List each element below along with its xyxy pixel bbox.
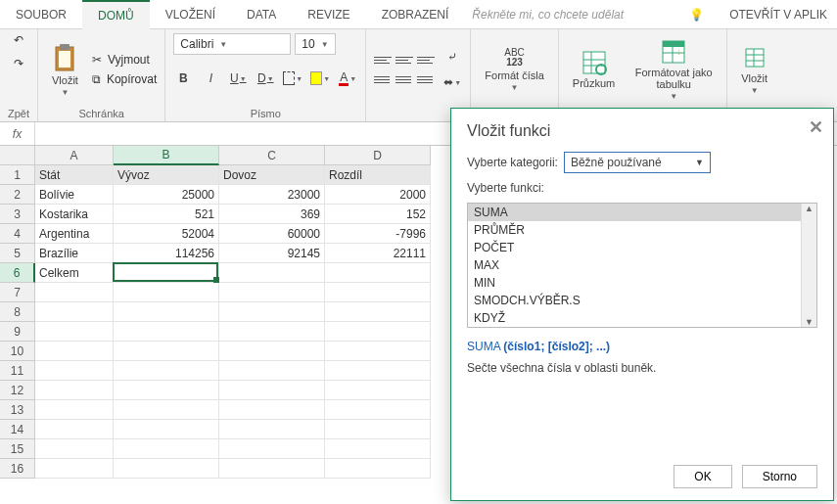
- cell-D1[interactable]: Rozdíl: [325, 165, 431, 185]
- cell-A10[interactable]: [35, 342, 114, 361]
- number-format-button[interactable]: ABC 123 Formát čísla ▼: [479, 46, 550, 94]
- cell-D8[interactable]: [325, 302, 431, 322]
- cell-C8[interactable]: [219, 302, 325, 322]
- col-header-D[interactable]: D: [325, 146, 431, 165]
- cut-button[interactable]: ✂ Vyjmout: [92, 53, 157, 67]
- row-header-3[interactable]: 3: [0, 205, 35, 224]
- cell-B16[interactable]: [114, 459, 219, 479]
- merge-button[interactable]: ⬌▼: [442, 72, 462, 92]
- row-header-7[interactable]: 7: [0, 283, 35, 302]
- cell-B8[interactable]: [114, 302, 219, 322]
- cell-B3[interactable]: 521: [114, 205, 219, 224]
- italic-button[interactable]: I: [201, 69, 220, 88]
- cell-D13[interactable]: [325, 400, 431, 420]
- col-header-B[interactable]: B: [114, 146, 219, 165]
- tab-data[interactable]: DATA: [231, 0, 292, 29]
- row-header-11[interactable]: 11: [0, 361, 35, 381]
- insert-cells-button[interactable]: Vložit ▼: [735, 43, 773, 97]
- cell-B4[interactable]: 52004: [114, 224, 219, 244]
- function-item-smodch-výběr-s[interactable]: SMODCH.VÝBĚR.S: [468, 292, 816, 309]
- cell-A14[interactable]: [35, 420, 114, 439]
- col-header-C[interactable]: C: [219, 146, 325, 165]
- cell-A12[interactable]: [35, 381, 114, 400]
- cell-C12[interactable]: [219, 381, 325, 400]
- font-size-combo[interactable]: 10 ▼: [295, 33, 336, 55]
- row-header-10[interactable]: 10: [0, 342, 35, 361]
- font-name-combo[interactable]: Calibri ▼: [173, 33, 291, 55]
- cell-D6[interactable]: [325, 263, 431, 283]
- row-header-15[interactable]: 15: [0, 439, 35, 459]
- cell-B13[interactable]: [114, 400, 219, 420]
- cell-A4[interactable]: Argentina: [35, 224, 114, 244]
- cell-A15[interactable]: [35, 439, 114, 459]
- cell-C7[interactable]: [219, 283, 325, 302]
- cell-D7[interactable]: [325, 283, 431, 302]
- cell-D14[interactable]: [325, 420, 431, 439]
- tab-zobrazeni[interactable]: ZOBRAZENÍ: [366, 0, 465, 29]
- align-middle-button[interactable]: [395, 53, 413, 67]
- bold-button[interactable]: B: [173, 69, 193, 88]
- explore-button[interactable]: Průzkum: [567, 48, 621, 91]
- align-right-button[interactable]: [417, 72, 435, 86]
- copy-button[interactable]: ⧉ Kopírovat: [92, 72, 157, 86]
- row-header-13[interactable]: 13: [0, 400, 35, 420]
- cell-D15[interactable]: [325, 439, 431, 459]
- cell-A6[interactable]: Celkem: [35, 263, 114, 283]
- cell-B2[interactable]: 25000: [114, 185, 219, 205]
- function-list[interactable]: SUMAPRŮMĚRPOČETMAXMINSMODCH.VÝBĚR.SKDYŽ …: [467, 203, 817, 328]
- row-header-4[interactable]: 4: [0, 224, 35, 244]
- underline-button[interactable]: U▼: [228, 69, 248, 88]
- cell-C13[interactable]: [219, 400, 325, 420]
- cell-A16[interactable]: [35, 459, 114, 479]
- cell-C6[interactable]: [219, 263, 325, 283]
- select-all-corner[interactable]: [0, 146, 35, 165]
- cell-C10[interactable]: [219, 342, 325, 361]
- font-color-button[interactable]: A▼: [338, 69, 357, 88]
- cell-B7[interactable]: [114, 283, 219, 302]
- tab-revize[interactable]: REVIZE: [292, 0, 365, 29]
- function-item-když[interactable]: KDYŽ: [468, 309, 816, 327]
- cell-A1[interactable]: Stát: [35, 165, 114, 185]
- category-select[interactable]: Běžně používané ▼: [564, 152, 711, 173]
- cell-B12[interactable]: [114, 381, 219, 400]
- fill-color-button[interactable]: ▼: [310, 69, 330, 88]
- cell-D5[interactable]: 22111: [325, 244, 431, 263]
- align-left-button[interactable]: [374, 72, 392, 86]
- cell-C16[interactable]: [219, 459, 325, 479]
- cell-D16[interactable]: [325, 459, 431, 479]
- cell-D2[interactable]: 2000: [325, 185, 431, 205]
- cell-C11[interactable]: [219, 361, 325, 381]
- format-as-table-button[interactable]: ↓ Formátovat jako tabulku ▼: [628, 37, 719, 103]
- align-bottom-button[interactable]: [417, 53, 435, 67]
- cell-B11[interactable]: [114, 361, 219, 381]
- row-header-6[interactable]: 6: [0, 263, 35, 283]
- cell-C5[interactable]: 92145: [219, 244, 325, 263]
- cell-D3[interactable]: 152: [325, 205, 431, 224]
- cell-D4[interactable]: -7996: [325, 224, 431, 244]
- align-top-button[interactable]: [374, 53, 392, 67]
- cell-C2[interactable]: 23000: [219, 185, 325, 205]
- tab-soubor[interactable]: SOUBOR: [0, 0, 82, 29]
- function-item-počet[interactable]: POČET: [468, 239, 816, 256]
- row-header-16[interactable]: 16: [0, 459, 35, 479]
- cell-B15[interactable]: [114, 439, 219, 459]
- cell-D10[interactable]: [325, 342, 431, 361]
- cell-D11[interactable]: [325, 361, 431, 381]
- cell-A11[interactable]: [35, 361, 114, 381]
- row-header-1[interactable]: 1: [0, 165, 35, 185]
- tab-vlozeni[interactable]: VLOŽENÍ: [150, 0, 231, 29]
- cell-C1[interactable]: Dovoz: [219, 165, 325, 185]
- double-underline-button[interactable]: D▼: [256, 69, 275, 88]
- cell-B9[interactable]: [114, 322, 219, 342]
- row-header-9[interactable]: 9: [0, 322, 35, 342]
- undo-button[interactable]: ↶: [14, 33, 23, 47]
- row-header-8[interactable]: 8: [0, 302, 35, 322]
- function-item-min[interactable]: MIN: [468, 274, 816, 292]
- align-center-button[interactable]: [395, 72, 413, 86]
- cancel-button[interactable]: Storno: [742, 465, 817, 488]
- open-in-app[interactable]: OTEVŘÍT V APLIK: [720, 8, 837, 22]
- redo-button[interactable]: ↷: [14, 57, 23, 70]
- cell-A5[interactable]: Brazílie: [35, 244, 114, 263]
- row-header-14[interactable]: 14: [0, 420, 35, 439]
- paste-button[interactable]: Vložit ▼: [46, 41, 84, 99]
